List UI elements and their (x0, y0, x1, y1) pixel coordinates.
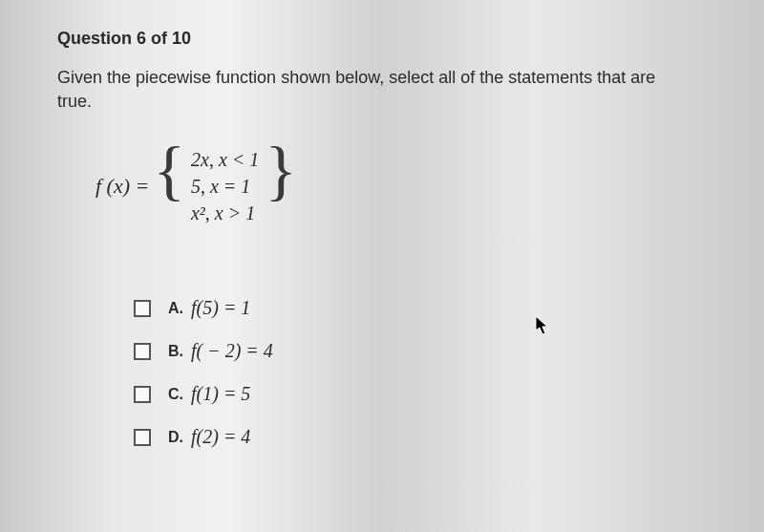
options-list: A. f(5) = 1 B. f( − 2) = 4 C. f(1) = 5 D… (134, 297, 707, 448)
case-cond: x > 1 (215, 202, 255, 223)
case-row: x², x > 1 (191, 200, 259, 226)
option-c[interactable]: C. f(1) = 5 (134, 383, 707, 405)
case-cond: x = 1 (210, 176, 250, 197)
case-row: 5, x = 1 (191, 173, 259, 200)
option-b[interactable]: B. f( − 2) = 4 (134, 340, 707, 362)
option-d[interactable]: D. f(2) = 4 (134, 426, 707, 448)
option-letter: C. (168, 386, 183, 403)
option-letter: B. (168, 343, 183, 360)
cases-list: 2x, x < 1 5, x = 1 x², x > 1 (185, 142, 265, 230)
case-row: 2x, x < 1 (191, 146, 259, 173)
option-math: f(2) = 4 (191, 426, 250, 448)
checkbox-c[interactable] (134, 386, 151, 403)
question-container: Question 6 of 10 Given the piecewise fun… (0, 0, 764, 498)
option-math: f( − 2) = 4 (191, 340, 273, 362)
piecewise-function: f (x) = { 2x, x < 1 5, x = 1 x², x > 1 } (96, 142, 707, 230)
option-letter: A. (168, 300, 183, 317)
case-expr: 2x (191, 149, 209, 170)
option-math: f(1) = 5 (191, 383, 250, 405)
question-prompt: Given the piecewise function shown below… (57, 66, 668, 114)
checkbox-b[interactable] (134, 343, 151, 360)
option-letter: D. (168, 429, 183, 446)
question-number: Question 6 of 10 (57, 29, 707, 49)
brace-wrapper: { 2x, x < 1 5, x = 1 x², x > 1 } (153, 142, 296, 230)
cursor-icon (535, 315, 550, 336)
function-label: f (x) = (96, 174, 149, 199)
option-a[interactable]: A. f(5) = 1 (134, 297, 707, 319)
checkbox-a[interactable] (134, 300, 151, 317)
case-expr: 5 (191, 176, 201, 197)
checkbox-d[interactable] (134, 429, 151, 446)
case-expr: x² (191, 202, 205, 223)
left-brace-icon: { (153, 140, 185, 228)
case-cond: x < 1 (219, 149, 259, 170)
right-brace-icon: } (265, 140, 297, 228)
option-math: f(5) = 1 (191, 297, 250, 319)
